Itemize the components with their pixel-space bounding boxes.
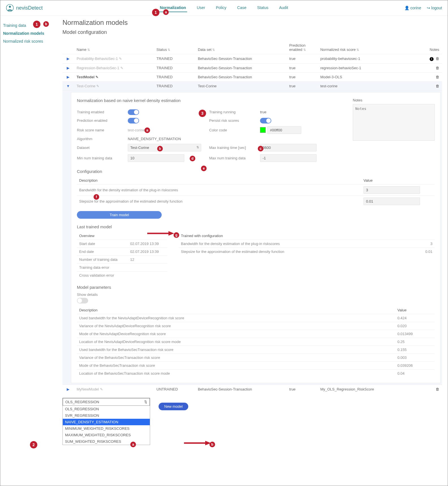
expand-icon[interactable]: ▶	[67, 75, 70, 79]
cfg-row-desc: Stepsize for the approximation of the es…	[77, 196, 361, 207]
row-dataset: BehavioSec-Session-Transaction	[195, 72, 286, 81]
col-status[interactable]: Status	[154, 41, 195, 54]
callout-g-train: g	[174, 232, 179, 238]
cfg-val-header: Value	[361, 177, 435, 185]
max-time-label: Max training time [sec]	[209, 146, 260, 150]
cfg-row-value-input[interactable]	[363, 186, 420, 194]
row-dataset: BehavioSec-Session-Transaction	[195, 54, 286, 64]
algorithm-option[interactable]: MAXIMUM_WEIGHTED_RISKSCORES	[63, 432, 150, 438]
algorithm-option[interactable]: NAIVE_DENSITY_ESTIMATION	[63, 419, 150, 425]
edit-icon[interactable]: ✎	[120, 66, 123, 70]
sidebar-normalized-risk-scores[interactable]: Normalized risk scores	[3, 37, 54, 45]
col-notes: Notes	[408, 41, 442, 54]
mp-row-val: 0.013499	[395, 330, 435, 338]
section-title: Model configuration	[62, 29, 442, 35]
sidebar: Training data Normalization models Norma…	[0, 16, 57, 456]
ov-val	[128, 263, 167, 271]
new-model-button[interactable]: New model	[159, 403, 188, 410]
max-train-label: Max num training data	[209, 156, 260, 160]
algorithm-option[interactable]: SVR_REGRESSION	[63, 412, 150, 419]
nav-policy[interactable]: Policy	[215, 4, 228, 12]
edit-icon[interactable]: ✎	[100, 387, 103, 391]
color-code-label: Color code	[209, 128, 260, 132]
notes-textarea[interactable]	[353, 104, 435, 141]
color-code-input[interactable]	[267, 126, 301, 134]
mp-row-desc: Mode of the BehavioSecTransaction risk s…	[77, 361, 395, 369]
model-detail-panel: Normalization based on naive kernel dens…	[71, 92, 441, 383]
mp-row-desc: Variance of the BehavioSecTransaction ri…	[77, 353, 395, 361]
algorithm-label: Algorithm	[77, 137, 128, 141]
expand-icon[interactable]: ▶	[67, 66, 70, 70]
show-details-toggle[interactable]	[77, 298, 88, 303]
row-status: UNTRAINED	[154, 385, 195, 394]
row-score: Model-3-OLS	[317, 72, 408, 81]
mp-row-desc: Location of the BehavioSecTransaction ri…	[77, 369, 395, 377]
delete-icon[interactable]: 🗑	[436, 57, 439, 61]
row-score: test-corine	[317, 81, 408, 90]
user-name[interactable]: 👤 corine	[404, 6, 421, 10]
delete-icon[interactable]: 🗑	[436, 84, 439, 88]
delete-icon[interactable]: 🗑	[436, 75, 439, 79]
table-row: ▶ MyNewModel✎ UNTRAINED BehavioSec-Sessi…	[62, 385, 442, 394]
cfg-row-value-input[interactable]	[363, 198, 420, 205]
edit-icon[interactable]: ✎	[96, 84, 99, 88]
nav-user[interactable]: User	[196, 4, 206, 12]
persist-toggle[interactable]	[260, 118, 271, 123]
prediction-enabled-label: Prediction enabled	[77, 118, 128, 123]
collapse-icon[interactable]: ▼	[66, 84, 70, 88]
algorithm-option[interactable]: SUM_WEIGHTED_RISKSCORES	[63, 438, 150, 445]
callout-e-detail: e	[201, 166, 207, 171]
mp-row-val: 0.424	[395, 314, 435, 322]
color-chip[interactable]	[260, 127, 266, 133]
user-block: 👤 corine ↪ logout	[404, 6, 442, 10]
trained-row-desc: Stepsize for the approximation of the es…	[179, 248, 401, 255]
trained-config-table: Trained with configuration Bandwidth for…	[179, 232, 435, 255]
dataset-select[interactable]	[128, 144, 201, 151]
row-score: regression-behavioSec-1	[317, 63, 408, 72]
mp-row-val: 0.25	[395, 338, 435, 346]
table-row: ▶ Probability-BehavioSec-1✎ TRAINED Beha…	[62, 54, 442, 64]
dataset-label: Dataset	[77, 146, 128, 150]
row-status: TRAINED	[154, 72, 195, 81]
mp-row-val: 0.020	[395, 322, 435, 330]
row-name: Regression-BehavioSec-1	[77, 66, 119, 70]
train-model-button[interactable]: Train model	[77, 211, 162, 219]
mp-row-val: 0.003	[395, 353, 435, 361]
expand-icon[interactable]: ▶	[67, 57, 70, 61]
info-icon[interactable]: i	[430, 57, 434, 61]
expand-icon[interactable]: ▶	[67, 387, 70, 391]
max-time-input[interactable]	[260, 144, 317, 151]
edit-icon[interactable]: ✎	[119, 57, 122, 61]
col-name[interactable]: Name	[74, 41, 154, 54]
nav-case[interactable]: Case	[236, 4, 248, 12]
algorithm-option[interactable]: OLS_REGRESSION	[63, 406, 150, 412]
callout-1-top: 1	[152, 9, 159, 16]
callout-1-side: 1	[33, 21, 40, 28]
algorithm-option[interactable]: MINIMUM_WEIGHTED_RISKSCORES	[63, 425, 150, 432]
training-enabled-label: Training enabled	[77, 110, 128, 114]
ov-key: Training data error	[77, 263, 128, 271]
prediction-enabled-toggle[interactable]	[128, 118, 139, 123]
max-train-input[interactable]	[260, 154, 317, 162]
callout-d-detail: d	[190, 156, 195, 161]
nav-audit[interactable]: Audit	[278, 4, 289, 12]
ov-key: End date	[77, 248, 128, 255]
logout-link[interactable]: ↪ logout	[427, 6, 442, 10]
ov-key: Cross validation error	[77, 271, 128, 279]
model-params-table: DescriptionValue Used bandwidth for the …	[77, 306, 435, 377]
edit-icon[interactable]: ✎	[96, 75, 98, 79]
delete-icon[interactable]: 🗑	[436, 66, 439, 70]
algorithm-select[interactable]: OLS_REGRESSION⇅	[62, 398, 150, 406]
sidebar-normalization-models[interactable]: Normalization models	[3, 29, 54, 37]
nav-status[interactable]: Status	[256, 4, 270, 12]
col-score[interactable]: Normalized risk score	[317, 41, 408, 54]
col-dataset[interactable]: Data set	[195, 41, 286, 54]
training-enabled-toggle[interactable]	[128, 109, 139, 115]
row-dataset: BehavioSec-Session-Transaction	[195, 63, 286, 72]
ov-key: Number of training data	[77, 255, 128, 263]
col-prediction[interactable]: Prediction enabled	[286, 41, 317, 54]
delete-icon[interactable]: 🗑	[436, 387, 439, 391]
risk-score-name-value: test-corine	[128, 128, 145, 132]
min-train-input[interactable]	[128, 154, 184, 162]
row-prediction: true	[286, 72, 317, 81]
